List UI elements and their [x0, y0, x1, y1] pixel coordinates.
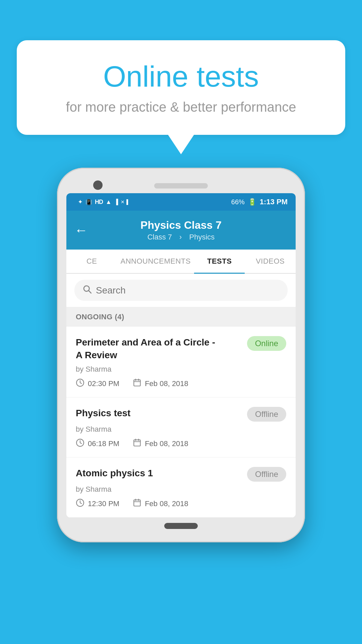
phone-bottom [66, 518, 296, 532]
header-separator: › [179, 233, 182, 241]
test-author-0: by Sharma [76, 365, 286, 374]
test-time-0: 02:30 PM [76, 378, 119, 389]
hd-icon: HD [95, 199, 103, 206]
status-badge-1: Offline [247, 407, 286, 422]
date-value-1: Feb 08, 2018 [145, 439, 188, 448]
svg-line-1 [88, 290, 91, 293]
header-title: Physics Class 7 [140, 219, 222, 231]
speech-bubble: Online tests for more practice & better … [17, 40, 345, 135]
tab-videos[interactable]: VIDEOS [245, 250, 296, 273]
test-title-2: Atomic physics 1 [76, 467, 153, 480]
phone-outer: ✦ 📳 HD ▲ ▐ ✕▐ 66% 🔋 1:13 PM [57, 168, 305, 542]
test-title-1: Physics test [76, 407, 130, 420]
test-item-header: Atomic physics 1 Offline [76, 467, 286, 482]
search-input-wrapper[interactable] [74, 280, 288, 301]
tab-ce[interactable]: CE [66, 250, 117, 273]
status-bar: ✦ 📳 HD ▲ ▐ ✕▐ 66% 🔋 1:13 PM [66, 193, 296, 211]
phone-home-indicator [164, 523, 198, 529]
status-badge-2: Offline [247, 467, 286, 482]
app-header: ← Physics Class 7 Class 7 › Physics [66, 211, 296, 250]
test-meta-1: 06:18 PM Feb 08, 2018 [76, 438, 286, 449]
test-time-2: 12:30 PM [76, 498, 119, 509]
search-container [66, 274, 296, 307]
status-bar-right: 66% 🔋 1:13 PM [231, 198, 288, 206]
battery-percentage: 66% [231, 198, 245, 206]
test-meta-2: 12:30 PM Feb 08, 2018 [76, 498, 286, 509]
tabs-container: CE ANNOUNCEMENTS TESTS VIDEOS [66, 250, 296, 274]
svg-rect-8 [134, 440, 140, 446]
test-item[interactable]: Physics test Offline by Sharma 06:18 PM [66, 397, 296, 458]
speech-bubble-tail [168, 134, 194, 154]
section-header: ONGOING (4) [66, 307, 296, 327]
bluetooth-icon: ✦ [78, 198, 83, 206]
test-date-1: Feb 08, 2018 [133, 438, 188, 449]
test-item[interactable]: Atomic physics 1 Offline by Sharma 12:30… [66, 458, 296, 518]
speech-bubble-container: Online tests for more practice & better … [17, 40, 345, 154]
header-subject: Physics [189, 233, 215, 241]
time-value-0: 02:30 PM [88, 379, 119, 388]
wifi-icon: ▲ [106, 199, 112, 206]
time-value-2: 12:30 PM [88, 499, 119, 508]
tab-announcements[interactable]: ANNOUNCEMENTS [117, 250, 194, 273]
phone-speaker [154, 183, 208, 189]
calendar-icon-1 [133, 438, 141, 449]
test-item-header: Physics test Offline [76, 407, 286, 422]
date-value-0: Feb 08, 2018 [145, 379, 188, 388]
phone-screen: ✦ 📳 HD ▲ ▐ ✕▐ 66% 🔋 1:13 PM [66, 193, 296, 518]
header-subtitle: Class 7 › Physics [145, 233, 218, 241]
status-time: 1:13 PM [260, 198, 288, 206]
test-time-1: 06:18 PM [76, 438, 119, 449]
test-author-2: by Sharma [76, 485, 286, 494]
clock-icon-1 [76, 438, 84, 449]
phone-mockup: ✦ 📳 HD ▲ ▐ ✕▐ 66% 🔋 1:13 PM [57, 168, 305, 542]
test-item[interactable]: Perimeter and Area of a Circle - A Revie… [66, 327, 296, 397]
battery-icon: 🔋 [248, 198, 256, 206]
signal-icon: ▐ [114, 199, 118, 205]
date-value-2: Feb 08, 2018 [145, 499, 188, 508]
search-input[interactable] [96, 285, 280, 296]
speech-bubble-subtitle: for more practice & better performance [44, 100, 318, 115]
test-date-2: Feb 08, 2018 [133, 498, 188, 509]
search-icon [82, 284, 92, 296]
tab-tests[interactable]: TESTS [194, 250, 245, 273]
test-title-0: Perimeter and Area of a Circle - A Revie… [76, 336, 219, 362]
header-class: Class 7 [147, 233, 172, 241]
clock-icon-2 [76, 498, 84, 509]
svg-rect-13 [134, 500, 140, 506]
test-date-0: Feb 08, 2018 [133, 378, 188, 389]
calendar-icon-2 [133, 498, 141, 509]
test-author-1: by Sharma [76, 425, 286, 434]
vibrate-icon: 📳 [85, 199, 92, 205]
back-button[interactable]: ← [74, 223, 88, 238]
speech-bubble-title: Online tests [44, 60, 318, 93]
clock-icon-0 [76, 378, 84, 389]
status-badge-0: Online [247, 336, 286, 351]
status-bar-left: ✦ 📳 HD ▲ ▐ ✕▐ [78, 198, 128, 206]
calendar-icon-0 [133, 378, 141, 389]
phone-top-bar [66, 178, 296, 193]
time-value-1: 06:18 PM [88, 439, 119, 448]
test-item-header: Perimeter and Area of a Circle - A Revie… [76, 336, 286, 362]
phone-camera [93, 180, 103, 190]
test-meta-0: 02:30 PM Feb 08, 2018 [76, 378, 286, 389]
svg-rect-3 [134, 380, 140, 386]
x-signal-icon: ✕▐ [121, 199, 128, 205]
